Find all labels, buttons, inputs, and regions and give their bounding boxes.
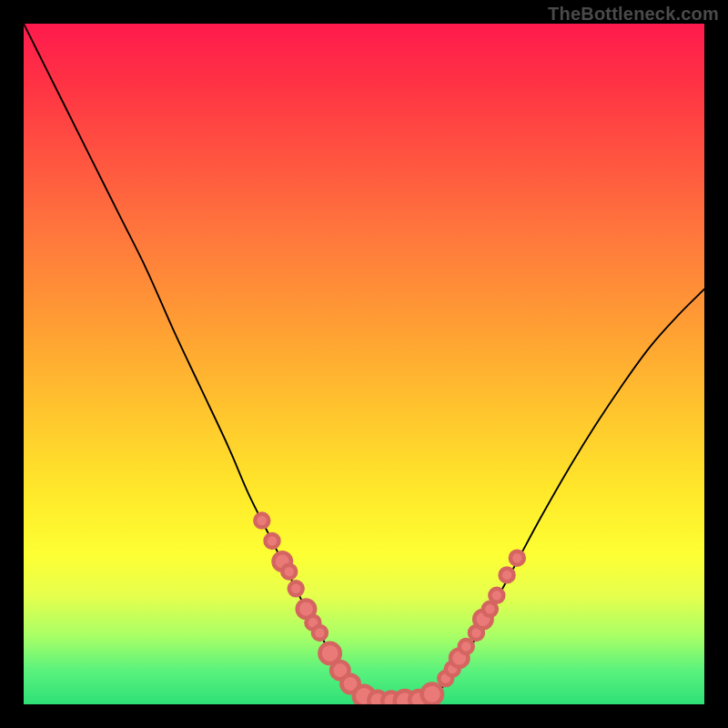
marker-group	[255, 514, 523, 704]
marker-dot	[483, 602, 497, 616]
marker-dot	[282, 565, 296, 579]
marker-dot	[490, 589, 503, 602]
watermark-text: TheBottleneck.com	[548, 4, 719, 25]
marker-dot	[511, 551, 524, 565]
marker-dot	[266, 534, 279, 548]
chart-frame: TheBottleneck.com	[0, 0, 728, 728]
marker-dot	[289, 581, 303, 595]
plot-area	[24, 24, 704, 704]
marker-dot	[500, 568, 514, 581]
marker-dot	[422, 684, 442, 704]
curve-left-branch	[24, 24, 370, 699]
marker-dot	[313, 626, 327, 640]
chart-svg	[24, 24, 704, 704]
marker-dot	[255, 514, 268, 528]
marker-dot	[460, 640, 473, 653]
